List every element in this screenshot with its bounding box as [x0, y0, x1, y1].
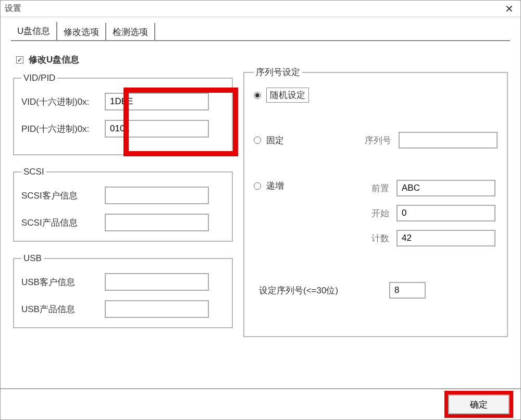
scsi-customer-input[interactable]	[105, 187, 209, 204]
ok-button[interactable]: 确定	[448, 394, 510, 414]
tab-modify-options[interactable]: 修改选项	[57, 23, 106, 41]
serial-random-radio-row[interactable]: 随机设定	[254, 88, 498, 103]
vidpid-legend: VID/PID	[21, 73, 57, 83]
serial-fixed-serial-label: 序列号	[360, 134, 391, 146]
pid-input[interactable]	[105, 120, 209, 138]
radio-incr-icon[interactable]	[254, 182, 261, 190]
tab-strip: U盘信息 修改选项 检测选项	[1, 17, 520, 41]
title-bar: 设置 ✕	[1, 1, 520, 17]
checkbox-icon[interactable]: ✓	[16, 56, 23, 64]
modify-usb-info-checkbox-row[interactable]: ✓ 修改U盘信息	[16, 54, 233, 66]
vidpid-group: VID/PID VID(十六进制)0x: PID(十六进制)0x:	[13, 73, 233, 155]
vid-input[interactable]	[105, 93, 209, 110]
count-input[interactable]	[396, 230, 495, 246]
start-input[interactable]	[396, 205, 495, 221]
settings-dialog: 设置 ✕ U盘信息 修改选项 检测选项 ✓ 修改U盘信息 VID/PID VID…	[0, 0, 521, 420]
radio-random-icon[interactable]	[254, 92, 261, 99]
usb-customer-label: USB客户信息	[21, 276, 105, 288]
usb-product-label: USB产品信息	[21, 303, 105, 315]
scsi-product-label: SCSI产品信息	[21, 217, 105, 229]
usb-customer-input[interactable]	[105, 273, 209, 291]
tab-usb-info[interactable]: U盘信息	[11, 22, 57, 41]
count-label: 计数	[358, 232, 389, 244]
content-area: ✓ 修改U盘信息 VID/PID VID(十六进制)0x: PID(十六进制)0…	[1, 41, 520, 388]
serial-length-label: 设定序列号(<=30位)	[259, 285, 389, 297]
serial-fixed-label: 固定	[266, 134, 360, 146]
usb-product-input[interactable]	[105, 300, 209, 318]
button-bar: 确定	[1, 388, 520, 419]
scsi-product-input[interactable]	[105, 214, 209, 231]
radio-fixed-icon[interactable]	[254, 137, 261, 144]
pid-label: PID(十六进制)0x:	[21, 123, 105, 135]
scsi-legend: SCSI	[21, 167, 46, 177]
left-column: ✓ 修改U盘信息 VID/PID VID(十六进制)0x: PID(十六进制)0…	[13, 51, 233, 379]
scsi-group: SCSI SCSI客户信息 SCSI产品信息	[13, 167, 233, 242]
prefix-input[interactable]	[396, 180, 495, 196]
scsi-customer-label: SCSI客户信息	[21, 190, 105, 202]
window-title: 设置	[5, 3, 502, 14]
prefix-label: 前置	[358, 182, 389, 194]
serial-length-row: 设定序列号(<=30位)	[259, 282, 498, 299]
tab-underline	[11, 40, 510, 41]
serial-length-input[interactable]	[389, 282, 426, 299]
vid-label: VID(十六进制)0x:	[21, 96, 105, 108]
tab-detect-options[interactable]: 检测选项	[106, 23, 155, 41]
serial-group: 序列号设定 随机设定 固定 序列号 递增	[243, 66, 508, 337]
serial-incr-radio-row: 递增 前置 开始 计数	[254, 180, 498, 255]
usb-legend: USB	[21, 253, 44, 264]
serial-fixed-input[interactable]	[399, 132, 498, 149]
usb-group: USB USB客户信息 USB产品信息	[13, 253, 233, 328]
right-column: 序列号设定 随机设定 固定 序列号 递增	[243, 51, 508, 379]
close-icon[interactable]: ✕	[502, 2, 516, 16]
serial-incr-radio[interactable]: 递增	[254, 180, 358, 192]
start-label: 开始	[358, 207, 389, 219]
serial-incr-fields: 前置 开始 计数	[358, 180, 495, 255]
serial-random-label: 随机设定	[266, 88, 309, 103]
modify-usb-info-label: 修改U盘信息	[29, 54, 79, 66]
serial-legend: 序列号设定	[254, 66, 302, 78]
serial-incr-label: 递增	[266, 180, 284, 192]
highlight-box-ok: 确定	[444, 391, 513, 418]
serial-fixed-radio-row[interactable]: 固定 序列号	[254, 132, 498, 149]
